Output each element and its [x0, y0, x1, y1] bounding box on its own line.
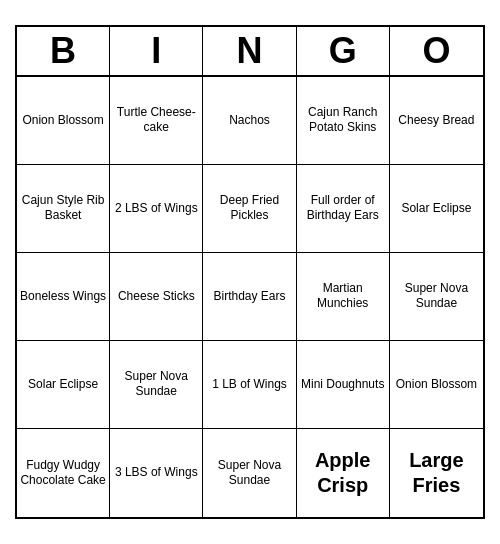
bingo-cell-6: 2 LBS of Wings [110, 165, 203, 253]
bingo-cell-13: Martian Munchies [297, 253, 390, 341]
bingo-cell-1: Turtle Cheese-cake [110, 77, 203, 165]
bingo-cell-0: Onion Blossom [17, 77, 110, 165]
bingo-cell-8: Full order of Birthday Ears [297, 165, 390, 253]
bingo-cell-4: Cheesy Bread [390, 77, 483, 165]
bingo-cell-23: Apple Crisp [297, 429, 390, 517]
bingo-cell-11: Cheese Sticks [110, 253, 203, 341]
bingo-cell-18: Mini Doughnuts [297, 341, 390, 429]
bingo-cell-17: 1 LB of Wings [203, 341, 296, 429]
bingo-cell-9: Solar Eclipse [390, 165, 483, 253]
bingo-cell-5: Cajun Style Rib Basket [17, 165, 110, 253]
bingo-cell-24: Large Fries [390, 429, 483, 517]
bingo-cell-14: Super Nova Sundae [390, 253, 483, 341]
bingo-cell-19: Onion Blossom [390, 341, 483, 429]
bingo-cell-3: Cajun Ranch Potato Skins [297, 77, 390, 165]
bingo-cell-15: Solar Eclipse [17, 341, 110, 429]
header-letter: O [390, 27, 483, 75]
bingo-cell-16: Super Nova Sundae [110, 341, 203, 429]
bingo-cell-21: 3 LBS of Wings [110, 429, 203, 517]
header-letter: G [297, 27, 390, 75]
bingo-cell-7: Deep Fried Pickles [203, 165, 296, 253]
header-letter: I [110, 27, 203, 75]
bingo-header: BINGO [17, 27, 483, 77]
bingo-cell-22: Super Nova Sundae [203, 429, 296, 517]
header-letter: B [17, 27, 110, 75]
bingo-cell-2: Nachos [203, 77, 296, 165]
bingo-grid: Onion BlossomTurtle Cheese-cakeNachosCaj… [17, 77, 483, 517]
header-letter: N [203, 27, 296, 75]
bingo-cell-20: Fudgy Wudgy Chocolate Cake [17, 429, 110, 517]
bingo-cell-10: Boneless Wings [17, 253, 110, 341]
bingo-cell-12: Birthday Ears [203, 253, 296, 341]
bingo-card: BINGO Onion BlossomTurtle Cheese-cakeNac… [15, 25, 485, 519]
